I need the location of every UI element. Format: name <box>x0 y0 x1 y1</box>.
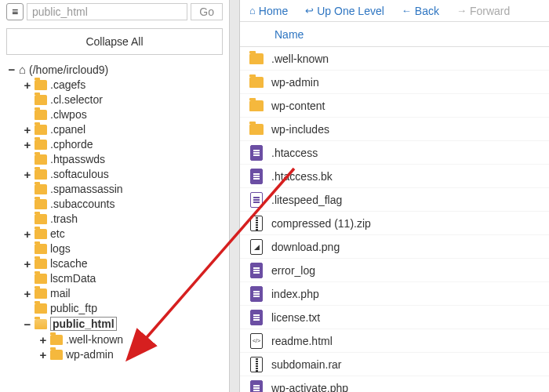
root-label[interactable]: (/home/ircloud9) <box>29 64 108 76</box>
file-row[interactable]: wp-activate.php <box>240 376 549 392</box>
forward-icon: → <box>456 5 467 16</box>
file-row[interactable]: wp-content <box>240 94 549 118</box>
column-header-name[interactable]: Name <box>240 22 549 47</box>
path-input[interactable] <box>27 3 187 20</box>
tree-item[interactable]: +mail <box>24 287 223 299</box>
toggle-icon[interactable]: + <box>24 228 31 240</box>
tree-item-label[interactable]: logs <box>50 242 71 255</box>
folder-icon <box>35 95 47 105</box>
toggle-icon[interactable]: − <box>24 318 31 330</box>
tree-item-label[interactable]: lscmData <box>50 272 96 285</box>
tree-item-label[interactable]: .softaculous <box>50 168 109 180</box>
file-name: subdomain.rar <box>271 358 342 371</box>
toggle-icon[interactable]: + <box>39 334 47 346</box>
folder-icon <box>249 50 264 67</box>
menu-toggle[interactable]: ≡ <box>6 3 24 20</box>
file-name: error_log <box>271 264 315 277</box>
up-one-level-button[interactable]: ↩Up One Level <box>305 5 384 17</box>
toggle-icon[interactable]: + <box>24 124 31 136</box>
file-row[interactable]: .litespeed_flag <box>240 188 549 212</box>
file-row[interactable]: .htaccess.bk <box>240 165 549 188</box>
collapse-all-button[interactable]: Collapse All <box>6 28 223 55</box>
zip-icon <box>249 356 264 373</box>
tree-item[interactable]: +.well-known <box>39 333 223 346</box>
toggle-icon[interactable]: + <box>24 258 31 270</box>
folder-icon <box>35 154 47 165</box>
tree-item-label[interactable]: .clwpos <box>50 108 87 121</box>
tree-item[interactable]: +.cagefs <box>24 78 223 91</box>
home-button[interactable]: ⌂Home <box>249 5 288 17</box>
tree-item[interactable]: +lscache <box>24 257 223 270</box>
file-name: readme.html <box>271 335 333 347</box>
tree-item[interactable]: .spamassassin <box>24 183 223 195</box>
file-name: .htaccess.bk <box>271 170 333 183</box>
doc-icon <box>249 379 264 393</box>
tree-item-label[interactable]: mail <box>50 287 71 299</box>
back-label: Back <box>415 5 439 17</box>
file-row[interactable]: error_log <box>240 259 549 282</box>
file-name: .well-known <box>271 53 329 65</box>
tree-item-label[interactable]: .well-known <box>66 333 123 346</box>
tree-item-label[interactable]: .cagefs <box>50 78 85 91</box>
tree-item[interactable]: lscmData <box>24 272 223 285</box>
folder-icon <box>50 350 63 360</box>
toggle-icon[interactable]: + <box>24 79 31 91</box>
tree-item-label[interactable]: .spamassassin <box>50 183 123 195</box>
tree-item-label[interactable]: lscache <box>50 257 87 270</box>
tree-item[interactable]: +.cphorde <box>24 138 223 151</box>
file-name: index.php <box>271 288 319 300</box>
file-row[interactable]: wp-admin <box>240 71 549 94</box>
folder-icon <box>35 303 47 314</box>
doc-icon <box>249 309 264 326</box>
toggle-icon[interactable]: + <box>24 169 31 180</box>
tree-item-label[interactable]: .cl.selector <box>50 93 103 106</box>
tree-item[interactable]: .trash <box>24 212 223 225</box>
file-row[interactable]: download.png <box>240 235 549 259</box>
tree-item[interactable]: .cl.selector <box>24 93 223 106</box>
tree-item[interactable]: +.cpanel <box>24 123 223 136</box>
tree-item-label[interactable]: .cphorde <box>50 138 93 151</box>
folder-icon <box>249 97 264 114</box>
forward-button[interactable]: →Forward <box>456 5 510 17</box>
back-button[interactable]: ←Back <box>402 5 439 17</box>
file-row[interactable]: index.php <box>240 282 549 306</box>
tree-item-label[interactable]: .cpanel <box>50 123 85 136</box>
tree-item[interactable]: +wp-admin <box>39 348 223 361</box>
tree-item[interactable]: public_ftp <box>24 302 223 314</box>
folder-icon <box>35 259 47 269</box>
tree-item[interactable]: +.softaculous <box>24 168 223 180</box>
tree-item-label[interactable]: .trash <box>50 212 78 225</box>
panel-divider[interactable] <box>229 0 240 392</box>
tree-item[interactable]: .clwpos <box>24 108 223 121</box>
tree-item-label[interactable]: public_ftp <box>50 302 97 314</box>
file-name: download.png <box>271 241 340 253</box>
file-row[interactable]: readme.html <box>240 329 549 353</box>
toggle-icon[interactable]: + <box>39 349 47 361</box>
file-name: .litespeed_flag <box>271 194 342 206</box>
file-row[interactable]: .well-known <box>240 47 549 71</box>
png-icon <box>249 238 264 256</box>
tree-item-label[interactable]: public_html <box>53 318 115 330</box>
file-row[interactable]: subdomain.rar <box>240 353 549 376</box>
go-button[interactable]: Go <box>191 3 223 20</box>
tree-item-label[interactable]: etc <box>50 227 65 240</box>
file-row[interactable]: wp-includes <box>240 118 549 141</box>
tree-root[interactable]: − ⌂ (/home/ircloud9) <box>8 63 223 76</box>
tree-item[interactable]: −public_html <box>24 317 223 331</box>
tree-item-label[interactable]: wp-admin <box>66 348 114 361</box>
tree-item[interactable]: +etc <box>24 227 223 240</box>
tree-item[interactable]: .subaccounts <box>24 198 223 210</box>
toggle-icon[interactable]: + <box>24 288 31 299</box>
tree-item[interactable]: logs <box>24 242 223 255</box>
tree-item-label[interactable]: .subaccounts <box>50 198 115 210</box>
folder-icon <box>35 169 47 180</box>
file-row[interactable]: .htaccess <box>240 141 549 165</box>
toggle-icon[interactable]: − <box>8 64 16 75</box>
doc-icon <box>249 262 264 279</box>
toolbar: ⌂Home ↩Up One Level ←Back →Forward <box>240 0 549 22</box>
file-row[interactable]: compressed (11).zip <box>240 212 549 235</box>
file-row[interactable]: license.txt <box>240 306 549 329</box>
tree-item[interactable]: .htpasswds <box>24 153 223 165</box>
toggle-icon[interactable]: + <box>24 139 31 151</box>
tree-item-label[interactable]: .htpasswds <box>50 153 105 165</box>
